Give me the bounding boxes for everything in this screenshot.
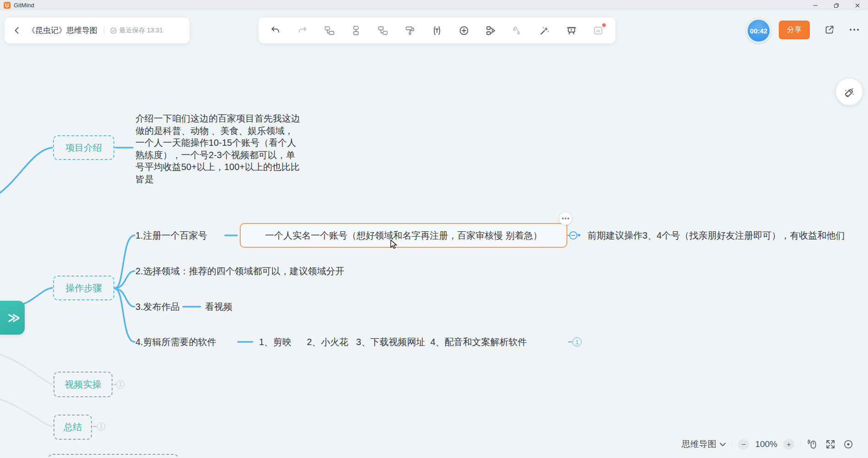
one-click-beautify-button[interactable] [836,79,863,105]
node-step4-child[interactable]: 1、剪映 2、小火花 3、下载视频网址 4、配音和文案解析软件 [259,336,527,348]
node-summary[interactable]: 总结 [54,415,92,440]
expand-count-badge[interactable]: 1 [116,380,124,389]
insert-parent-topic-icon[interactable] [350,25,362,37]
app-title: GitMind [14,2,34,9]
summary-icon[interactable] [485,25,497,37]
document-title[interactable]: 《昆虫记》思维导图 [27,25,97,36]
diagram-mode-label: 思维导图 [681,438,716,450]
os-titlebar: GitMind [0,0,868,11]
open-in-new-icon[interactable] [823,23,836,36]
node-operation-steps[interactable]: 操作步骤 [53,276,114,300]
project-intro-note[interactable]: 介绍一下咱们这边的百家项目首先我这边 做的是科普、动物 、美食、娱乐领域， 一个… [135,112,332,185]
back-icon[interactable] [13,26,22,36]
mouse-cursor [390,240,400,250]
zoom-level: 100% [755,439,777,449]
document-header: 《昆虫记》思维导图 最近保存 13:31 [5,17,189,43]
zoom-out-button[interactable]: − [738,439,749,450]
node-step3[interactable]: 3.发布作品 [135,300,180,313]
session-timer[interactable]: 00:42 [746,18,771,43]
node-step1-sibling-note[interactable]: 前期建议操作3、4个号（找亲朋好友注册即可），有收益和他们 [588,229,845,242]
mouse-mode-icon[interactable] [807,438,819,450]
collapse-toggle[interactable] [569,231,577,240]
more-menu-icon[interactable] [848,23,860,36]
format-painter-icon[interactable] [404,25,416,37]
ai-beautify-icon[interactable] [539,25,550,37]
insert-node-icon[interactable] [458,25,470,37]
insert-topic-before-icon[interactable] [323,25,335,37]
save-status-text: 最近保存 13:31 [119,27,163,35]
minimize-button[interactable] [805,0,826,11]
expand-count-badge[interactable]: 1 [572,337,582,346]
text-style-icon[interactable] [431,25,443,37]
expand-count-badge[interactable]: 1 [97,422,105,431]
focus-view-icon[interactable] [842,438,854,450]
ai-assistant-icon[interactable]: AI [593,25,604,37]
node-project-intro[interactable]: 项目介绍 [53,135,114,160]
node-step4[interactable]: 4.剪辑所需要的软件 [135,336,216,348]
fullscreen-icon[interactable] [825,438,836,450]
divider [800,440,801,449]
restore-button[interactable] [826,0,847,11]
check-circle-icon [110,27,117,34]
node-menu-button[interactable] [559,212,572,225]
editor-toolbar: AI [259,17,615,43]
divider [732,440,732,449]
insert-child-topic-icon[interactable] [377,25,389,37]
chevron-down-icon [720,442,726,447]
undo-icon[interactable] [270,25,281,37]
svg-text:AI: AI [596,28,600,33]
gitmind-logo-icon [4,2,11,9]
node-video-practice[interactable]: 视频实操 [54,372,113,397]
node-partial-bottom[interactable] [48,454,178,458]
node-step1[interactable]: 1.注册一个百家号 [135,229,207,242]
presentation-icon[interactable] [566,25,577,37]
diagram-mode-select[interactable]: 思维导图 [681,438,726,450]
close-button[interactable] [847,0,868,11]
node-step1-detail-selected[interactable]: 一个人实名一个账号（想好领域和名字再注册，百家审核慢 别着急） [240,223,567,248]
redo-icon[interactable] [297,25,308,37]
zoom-in-button[interactable]: + [783,439,794,450]
notification-dot [602,23,606,27]
root-node-collapsed[interactable]: ≫ [0,301,25,335]
node-step3-child[interactable]: 看视频 [205,300,232,313]
divider [104,26,104,35]
share-button[interactable]: 分享 [779,21,810,39]
view-controls: 思维导图 − 100% + [681,435,854,453]
node-step2[interactable]: 2.选择领域：推荐的四个领域都可以，建议领域分开 [135,265,345,277]
relation-line-icon[interactable] [512,25,523,37]
save-status: 最近保存 13:31 [110,27,163,35]
